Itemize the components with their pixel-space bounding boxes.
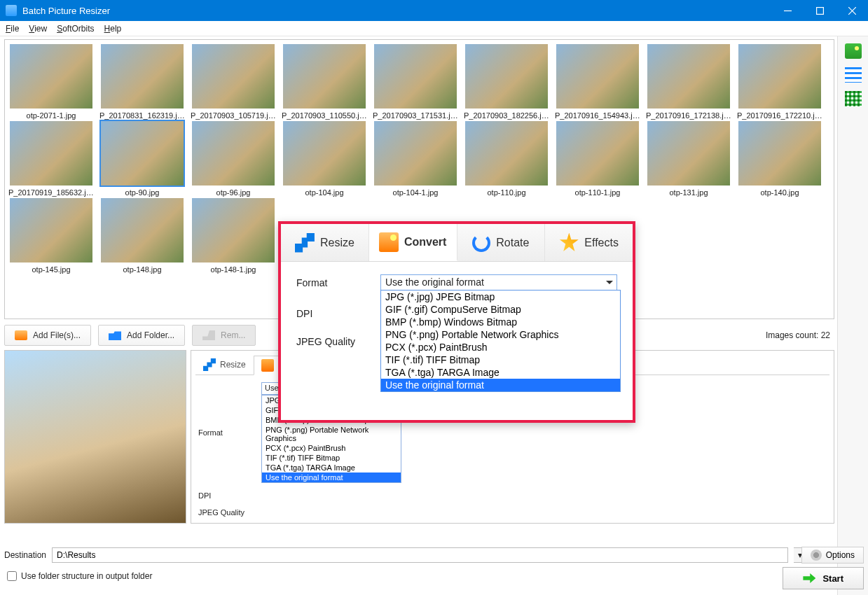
jpeg-quality-label: JPEG Quality	[296, 336, 380, 347]
thumbnail-item[interactable]: P_20170903_110550.jpg	[281, 44, 368, 120]
add-folder-button[interactable]: Add Folder...	[98, 325, 185, 346]
maximize-button[interactable]	[804, 0, 836, 21]
thumbnail-caption: otp-110-1.jpg	[575, 188, 621, 197]
format-option[interactable]: GIF (*.gif) CompuServe Bitmap	[381, 303, 620, 316]
format-dropdown-list[interactable]: JPG (*.jpg) JPEG BitmapGIF (*.gif) Compu…	[380, 290, 621, 392]
view-switcher	[837, 36, 868, 595]
list-view-icon[interactable]	[845, 67, 862, 83]
thumbnails-view-icon[interactable]	[845, 43, 862, 59]
format-option[interactable]: PCX (*.pcx) PaintBrush	[381, 341, 620, 354]
thumbnail-item[interactable]: otp-110.jpg	[463, 121, 550, 197]
thumbnail-caption: P_20170831_162319.jpg	[99, 111, 185, 120]
thumbnail-image[interactable]	[10, 198, 92, 262]
destination-label: Destination	[4, 550, 46, 560]
format-label-small: Format	[198, 428, 261, 437]
thumbnail-item[interactable]: otp-96.jpg	[190, 121, 277, 197]
thumbnail-image[interactable]	[192, 121, 275, 186]
dpi-label-small: DPI	[198, 491, 261, 500]
thumbnail-image[interactable]	[101, 198, 184, 262]
tab-resize[interactable]: Resize	[281, 224, 369, 261]
thumbnail-image[interactable]	[10, 44, 92, 108]
thumbnail-image[interactable]	[374, 44, 457, 108]
options-button[interactable]: Options	[801, 547, 864, 564]
thumbnail-image[interactable]	[192, 44, 275, 108]
thumbnail-image[interactable]	[647, 121, 730, 186]
thumbnail-item[interactable]: otp-148-1.jpg	[190, 198, 277, 274]
thumbnail-item[interactable]: otp-104-1.jpg	[372, 121, 459, 197]
thumbnail-item[interactable]: P_20170831_162319.jpg	[99, 44, 186, 120]
thumbnail-item[interactable]: P_20170903_105719.jpg	[190, 44, 277, 120]
thumbnail-item[interactable]: P_20170916_172210.jpg	[736, 44, 823, 120]
destination-input[interactable]	[52, 547, 788, 563]
thumbnail-image[interactable]	[556, 121, 639, 186]
menu-view[interactable]: View	[29, 24, 47, 34]
add-files-button[interactable]: Add File(s)...	[4, 325, 91, 346]
thumbnail-item[interactable]: P_20170903_171531.jpg	[372, 44, 459, 120]
convert-icon	[379, 232, 399, 252]
grid-view-icon[interactable]	[845, 91, 862, 106]
tab-convert-small[interactable]	[254, 356, 282, 375]
gear-icon	[811, 550, 822, 561]
thumbnail-item[interactable]: otp-110-1.jpg	[554, 121, 641, 197]
format-option[interactable]: PNG (*.png) Portable Network Graphics	[262, 425, 401, 443]
start-button[interactable]: Start	[783, 567, 864, 589]
thumbnail-image[interactable]	[101, 44, 184, 108]
close-button[interactable]	[836, 0, 868, 21]
thumbnail-item[interactable]: P_20170916_154943.jpg	[554, 44, 641, 120]
tab-rotate[interactable]: Rotate	[457, 224, 546, 261]
add-files-label: Add File(s)...	[33, 330, 81, 340]
tab-resize-small[interactable]: Resize	[195, 355, 254, 374]
thumbnail-caption: P_20170916_172210.jpg	[737, 111, 822, 120]
use-folder-structure-input[interactable]	[7, 571, 17, 581]
thumbnail-image[interactable]	[10, 121, 92, 186]
thumbnail-image[interactable]	[283, 44, 366, 108]
thumbnail-image[interactable]	[374, 121, 457, 186]
thumbnail-caption: otp-145.jpg	[32, 265, 70, 274]
thumbnail-image[interactable]	[738, 44, 821, 108]
thumbnail-item[interactable]: otp-104.jpg	[281, 121, 368, 197]
format-option[interactable]: PCX (*.pcx) PaintBrush	[262, 443, 401, 453]
format-option[interactable]: Use the original format	[381, 379, 620, 391]
remove-label: Rem...	[221, 330, 245, 340]
resize-icon	[203, 358, 216, 371]
tab-effects[interactable]: Effects	[545, 224, 633, 261]
thumbnail-image[interactable]	[738, 121, 821, 186]
thumbnail-caption: P_20170916_172138.jpg	[646, 111, 731, 120]
thumbnail-caption: otp-90.jpg	[125, 188, 160, 197]
thumbnail-image[interactable]	[283, 121, 366, 186]
svg-rect-0	[816, 7, 823, 14]
thumbnail-image[interactable]	[192, 198, 275, 262]
folder-icon	[109, 330, 121, 340]
thumbnail-caption: P_20170919_185632.jpg	[8, 188, 94, 197]
thumbnail-caption: otp-148-1.jpg	[211, 265, 256, 274]
thumbnail-item[interactable]: otp-90.jpg	[99, 121, 186, 197]
format-option[interactable]: TGA (*.tga) TARGA Image	[381, 366, 620, 379]
thumbnail-image[interactable]	[556, 44, 639, 108]
thumbnail-image[interactable]	[101, 121, 184, 186]
thumbnail-item[interactable]: P_20170903_182256.jpg	[463, 44, 550, 120]
minimize-button[interactable]	[771, 0, 804, 21]
thumbnail-item[interactable]: P_20170916_172138.jpg	[645, 44, 732, 120]
format-combo[interactable]: Use the original format	[380, 274, 617, 291]
menu-softorbits[interactable]: SoftOrbits	[57, 24, 94, 34]
thumbnail-item[interactable]: otp-140.jpg	[736, 121, 823, 197]
format-option[interactable]: JPG (*.jpg) JPEG Bitmap	[381, 290, 620, 303]
use-folder-structure-checkbox[interactable]: Use folder structure in output folder	[7, 571, 152, 581]
menu-file[interactable]: File	[6, 24, 19, 34]
thumbnail-image[interactable]	[647, 44, 730, 108]
format-option[interactable]: Use the original format	[262, 472, 401, 482]
thumbnail-item[interactable]: otp-2071-1.jpg	[8, 44, 95, 120]
thumbnail-item[interactable]: otp-148.jpg	[99, 198, 186, 274]
thumbnail-image[interactable]	[465, 44, 548, 108]
tab-convert[interactable]: Convert	[369, 224, 457, 261]
thumbnail-item[interactable]: otp-145.jpg	[8, 198, 95, 274]
thumbnail-item[interactable]: P_20170919_185632.jpg	[8, 121, 95, 197]
format-option[interactable]: TGA (*.tga) TARGA Image	[262, 463, 401, 472]
format-option[interactable]: TIF (*.tif) TIFF Bitmap	[381, 354, 620, 366]
format-option[interactable]: TIF (*.tif) TIFF Bitmap	[262, 453, 401, 463]
menu-help[interactable]: Help	[104, 24, 122, 34]
thumbnail-item[interactable]: otp-131.jpg	[645, 121, 732, 197]
format-option[interactable]: BMP (*.bmp) Windows Bitmap	[381, 316, 620, 328]
format-option[interactable]: PNG (*.png) Portable Network Graphics	[381, 328, 620, 341]
thumbnail-image[interactable]	[465, 121, 548, 186]
